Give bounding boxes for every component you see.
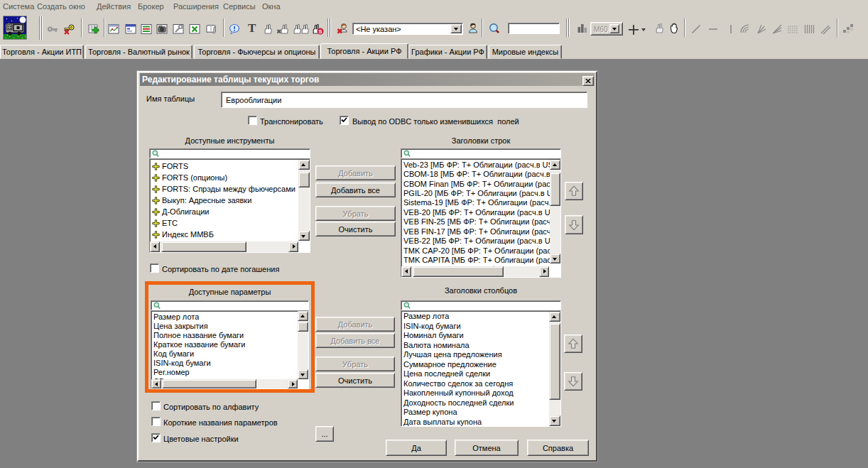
svg-text:S: S	[318, 28, 322, 35]
